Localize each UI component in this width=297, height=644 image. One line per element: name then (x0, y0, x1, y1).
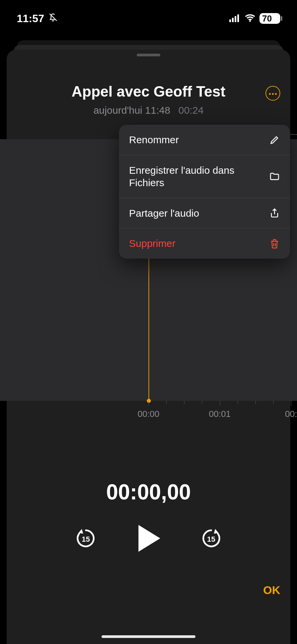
bell-slash-icon (48, 12, 58, 25)
recording-subtitle: aujourd'hui 11:48 00:24 (7, 105, 290, 116)
folder-icon (269, 171, 280, 182)
svg-rect-2 (235, 16, 236, 22)
play-icon (135, 523, 162, 553)
home-indicator[interactable] (102, 635, 195, 638)
ruler-label: 00:01 (209, 409, 231, 419)
menu-label: Enregistrer l'audio dans Fichiers (129, 164, 262, 189)
ruler-label: 00: (285, 409, 297, 419)
skip-forward-button[interactable]: 15 (200, 528, 222, 549)
ruler-label: 00:00 (137, 409, 159, 419)
battery-level: 70 (262, 13, 272, 24)
svg-point-5 (272, 93, 274, 95)
share-icon (269, 208, 280, 218)
svg-rect-3 (237, 14, 239, 22)
svg-rect-0 (229, 19, 231, 22)
status-bar: 11:57 70 (0, 0, 297, 37)
battery-indicator: 70 (259, 13, 280, 24)
status-time: 11:57 (17, 12, 44, 25)
ok-button[interactable]: OK (263, 584, 280, 597)
menu-item-share[interactable]: Partager l'audio (119, 198, 290, 229)
menu-item-save-to-files[interactable]: Enregistrer l'audio dans Fichiers (119, 155, 290, 198)
menu-item-delete[interactable]: Supprimer (119, 228, 290, 259)
more-options-button[interactable] (265, 86, 280, 101)
wifi-icon (245, 12, 255, 25)
svg-point-4 (269, 93, 271, 95)
menu-label: Supprimer (129, 237, 262, 250)
svg-point-6 (275, 93, 277, 95)
play-button[interactable] (133, 523, 164, 553)
skip-amount: 15 (82, 535, 90, 544)
pencil-icon (269, 135, 280, 145)
context-menu: Renommer Enregistrer l'audio dans Fichie… (119, 125, 290, 259)
svg-rect-1 (232, 18, 234, 22)
timeline-ruler[interactable]: 00:00 00:01 00: (0, 401, 297, 424)
skip-back-button[interactable]: 15 (75, 528, 97, 549)
playback-controls: 15 15 (0, 523, 297, 553)
recording-header: Appel avec Geoff Test aujourd'hui 11:48 … (7, 50, 290, 116)
elapsed-time: 00:00,00 (0, 480, 297, 504)
menu-label: Renommer (129, 133, 262, 146)
trash-icon (269, 238, 280, 249)
cellular-icon (229, 12, 241, 25)
recording-title: Appel avec Geoff Test (7, 83, 290, 100)
ellipsis-icon (269, 90, 277, 96)
menu-label: Partager l'audio (129, 207, 262, 220)
recording-duration: 00:24 (178, 105, 203, 116)
skip-amount: 15 (207, 535, 215, 544)
recording-date: aujourd'hui 11:48 (94, 105, 170, 116)
menu-item-rename[interactable]: Renommer (119, 125, 290, 155)
